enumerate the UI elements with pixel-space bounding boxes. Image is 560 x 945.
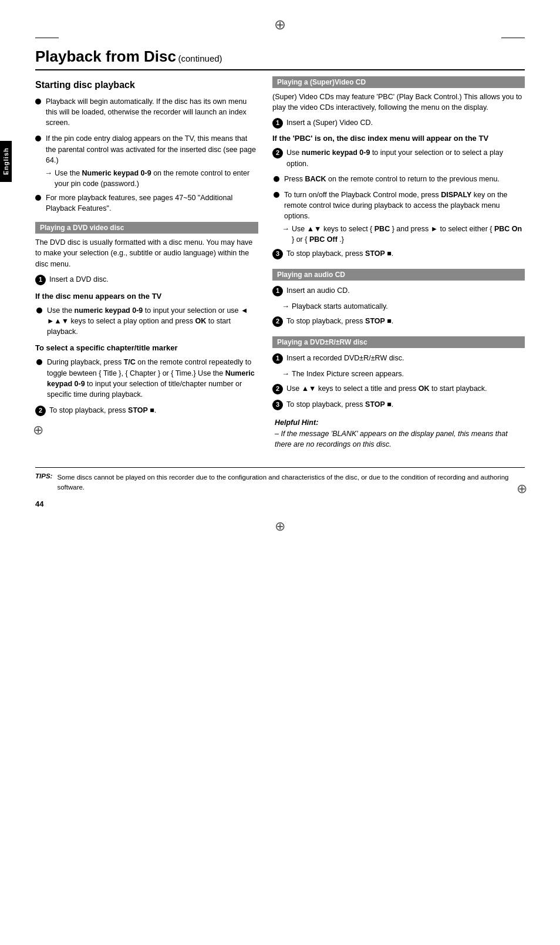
svcd-step3-text: To stop playback, press STOP ■. <box>286 248 393 259</box>
dvdrw-step-1: 1 Insert a recorded DVD±R/±RW disc. <box>272 353 525 364</box>
bullet-dot-2 <box>35 136 41 141</box>
audio-step2-text: To stop playback, press STOP ■. <box>286 316 393 326</box>
audio-section-box: Playing an audio CD <box>272 269 525 281</box>
step-num-1: 1 <box>35 275 46 285</box>
dvd-bullet-2: During playback, press T/C on the remote… <box>36 357 258 400</box>
page-wrapper: ⊕ English Playback from Disc (continued)… <box>0 0 560 945</box>
dvdrw-step2-text: Use ▲▼ keys to select a title and press … <box>286 383 487 394</box>
starting-disc-heading: Starting disc playback <box>35 80 258 90</box>
bullet-text-1: Playback will begin automatically. If th… <box>46 96 258 128</box>
dvd-step2-text: To stop playback, press STOP ■. <box>49 405 156 416</box>
helpful-hint-text: – If the message 'BLANK' appears on the … <box>275 428 525 450</box>
page-title-area: Playback from Disc (continued) <box>35 41 525 70</box>
left-column: Starting disc playback Playback will beg… <box>35 76 258 450</box>
audio-section-header: Playing an audio CD <box>272 269 525 281</box>
bullet-item-2: If the pin code entry dialog appears on … <box>35 133 258 165</box>
dvdrw-step-num-2: 2 <box>272 384 283 394</box>
dvd-bullet-dot-1 <box>36 308 42 313</box>
svcd-section-header: Playing a (Super)Video CD <box>272 76 525 88</box>
dvdrw-step1-text: Insert a recorded DVD±R/±RW disc. <box>286 353 404 363</box>
svcd-step-3: 3 To stop playback, press STOP ■. <box>272 248 525 259</box>
compass-top: ⊕ <box>0 0 560 38</box>
bullet-dot-1 <box>35 99 41 104</box>
top-rules <box>0 38 560 38</box>
svcd-arrow-pbc-text: Use ▲▼ keys to select { PBC } and press … <box>292 224 525 245</box>
dvd-bullet-1: Use the numeric keypad 0-9 to input your… <box>36 305 258 337</box>
dvd-bullet-2-text: During playback, press T/C on the remote… <box>47 357 258 400</box>
dvd-bullet-1-text: Use the numeric keypad 0-9 to input your… <box>47 305 258 337</box>
dvd-step-1: 1 Insert a DVD disc. <box>35 274 258 285</box>
dvdrw-arrow-1: → The Index Picture screen appears. <box>282 369 525 380</box>
svcd-bullet-dispaly-text: To turn on/off the Playback Control mode… <box>284 190 525 221</box>
dvdrw-section-box: Playing a DVD±R/±RW disc <box>272 336 525 348</box>
bullet-item-1: Playback will begin automatically. If th… <box>35 96 258 128</box>
svcd-step-2: 2 Use numeric keypad 0-9 to input your s… <box>272 147 525 168</box>
bullet-text-2: If the pin code entry dialog appears on … <box>46 133 258 165</box>
svcd-bullet-dot-dispaly <box>274 192 279 198</box>
bullet-text-3: For more playback features, see pages 47… <box>46 193 258 214</box>
compass-right: ⊕ <box>517 481 527 497</box>
compass-left: ⊕ <box>33 423 43 438</box>
page-title: Playback from Disc <box>35 48 176 65</box>
page-continued: (continued) <box>178 53 222 63</box>
dvd-sub-heading: To select a specific chapter/title marke… <box>35 343 258 353</box>
arrow-item-pin: → Use the Numeric keypad 0-9 on the remo… <box>45 168 258 189</box>
compass-symbol-top: ⊕ <box>274 16 286 32</box>
dvdrw-section-header: Playing a DVD±R/±RW disc <box>272 336 525 348</box>
svcd-step1-text: Insert a (Super) Video CD. <box>286 117 373 128</box>
dvdrw-step-num-3: 3 <box>272 400 283 410</box>
svcd-pbc-heading: If the 'PBC' is on, the disc index menu … <box>272 133 525 144</box>
audio-arrow-1: → Playback starts automatically. <box>282 301 525 312</box>
svcd-step-1: 1 Insert a (Super) Video CD. <box>272 117 525 129</box>
svcd-bullet-back: Press BACK on the remote control to retu… <box>274 174 525 184</box>
svcd-step-num-1: 1 <box>272 118 283 129</box>
left-tick <box>35 38 59 38</box>
arrow-text-pin: Use the Numeric keypad 0-9 on the remote… <box>55 168 258 189</box>
svcd-section-box: Playing a (Super)Video CD (Super) Video … <box>272 76 525 113</box>
audio-step-2: 2 To stop playback, press STOP ■. <box>272 316 525 327</box>
dvd-section-header: Playing a DVD video disc <box>35 222 258 234</box>
svcd-bullet-dispaly: To turn on/off the Playback Control mode… <box>274 190 525 221</box>
sidebar-english-label: English <box>0 141 12 182</box>
right-tick <box>501 38 525 38</box>
dvdrw-arrow-1-text: The Index Picture screen appears. <box>292 369 404 379</box>
compass-bottom: ⊕ <box>0 519 560 548</box>
svcd-arrow-icon: → <box>282 224 289 235</box>
tips-footer: TIPS: Some discs cannot be played on thi… <box>35 467 525 492</box>
tips-text: Some discs cannot be played on this reco… <box>57 473 525 492</box>
dvd-intro-text: The DVD disc is usually formatted with a… <box>35 237 258 269</box>
dvd-step-2: 2 To stop playback, press STOP ■. <box>35 405 258 416</box>
arrow-icon-pin: → <box>45 168 52 179</box>
svcd-arrow-pbc: → Use ▲▼ keys to select { PBC } and pres… <box>282 224 525 245</box>
dvdrw-step-3: 3 To stop playback, press STOP ■. <box>272 399 525 410</box>
audio-arrow-1-text: Playback starts automatically. <box>292 301 388 312</box>
dvdrw-arrow-icon: → <box>282 369 289 380</box>
svcd-bullet-back-text: Press BACK on the remote control to retu… <box>284 174 500 184</box>
dvd-section-box: Playing a DVD video disc The DVD disc is… <box>35 222 258 269</box>
audio-arrow-icon: → <box>282 301 289 312</box>
audio-step-num-1: 1 <box>272 286 283 296</box>
step-num-2: 2 <box>35 406 46 416</box>
tips-label: TIPS: <box>35 473 52 480</box>
svcd-bullet-dot-back <box>274 176 279 182</box>
bullet-item-3: For more playback features, see pages 47… <box>35 193 258 214</box>
svcd-step-num-2: 2 <box>272 148 283 158</box>
content-area: Starting disc playback Playback will beg… <box>0 70 560 455</box>
svcd-step-num-3: 3 <box>272 249 283 259</box>
audio-step1-text: Insert an audio CD. <box>286 285 350 296</box>
dvd-step1-text: Insert a DVD disc. <box>49 274 109 285</box>
dvdrw-step-num-1: 1 <box>272 353 283 364</box>
right-column: Playing a (Super)Video CD (Super) Video … <box>272 76 525 450</box>
helpful-hint-block: Helpful Hint: – If the message 'BLANK' a… <box>275 419 525 450</box>
compass-symbol-right: ⊕ <box>517 481 527 496</box>
helpful-hint-label: Helpful Hint: <box>275 419 525 427</box>
audio-step-num-2: 2 <box>272 316 283 327</box>
dvd-if-heading: If the disc menu appears on the TV <box>35 291 258 302</box>
dvdrw-step3-text: To stop playback, press STOP ■. <box>286 399 393 410</box>
compass-symbol-left: ⊕ <box>33 423 43 437</box>
audio-step-1: 1 Insert an audio CD. <box>272 285 525 296</box>
compass-symbol-bottom: ⊕ <box>275 519 285 534</box>
page-number: 44 <box>0 495 560 513</box>
svcd-intro-text: (Super) Video CDs may feature 'PBC' (Pla… <box>272 92 525 113</box>
dvdrw-step-2: 2 Use ▲▼ keys to select a title and pres… <box>272 383 525 394</box>
